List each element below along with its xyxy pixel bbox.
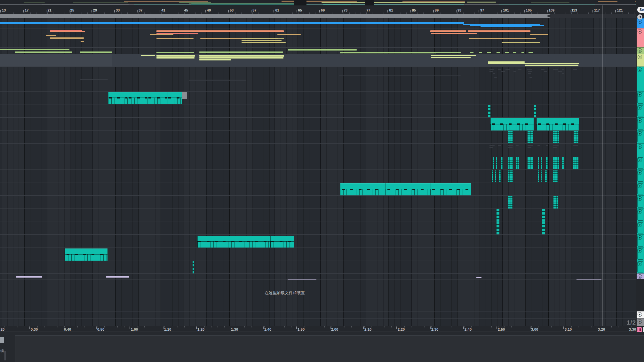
track-header[interactable]: ≡ <box>637 67 644 91</box>
overview-clip-segment[interactable] <box>42 4 129 5</box>
note-segment[interactable] <box>530 34 548 35</box>
ruler-scrub-area[interactable] <box>551 14 636 18</box>
note-segment[interactable] <box>150 34 173 35</box>
track-header[interactable]: ▾ <box>637 130 644 143</box>
note-segment[interactable] <box>469 38 536 39</box>
midi-clip-fragment[interactable] <box>538 157 539 169</box>
track-header[interactable]: ≡ <box>637 143 644 157</box>
fold-icon[interactable]: ▾ <box>638 235 642 240</box>
track-header[interactable]: ▾ <box>637 261 644 273</box>
note-segment[interactable] <box>242 42 286 43</box>
note-segment[interactable] <box>513 71 516 72</box>
fold-icon[interactable]: ▾ <box>638 248 642 253</box>
note-segment[interactable] <box>553 69 558 70</box>
overview-clip-segment[interactable] <box>124 1 208 2</box>
fold-icon[interactable]: ▾ <box>638 196 642 201</box>
back-arrow-button[interactable]: ◀ <box>637 14 642 20</box>
note-segment[interactable] <box>505 69 510 70</box>
midi-clip[interactable] <box>222 236 246 248</box>
note-segment[interactable] <box>498 69 501 70</box>
overview-clip-segment[interactable] <box>323 4 464 5</box>
midi-clip-fragment[interactable] <box>492 170 493 182</box>
note-segment[interactable] <box>81 41 84 42</box>
note-segment[interactable] <box>562 73 564 74</box>
device-view-area[interactable] <box>15 335 644 362</box>
note-segment[interactable] <box>497 52 500 53</box>
track-header[interactable]: ▾ <box>637 117 644 130</box>
loop-brace[interactable] <box>0 14 551 18</box>
note-segment[interactable] <box>431 57 471 58</box>
note-segment[interactable] <box>156 38 194 39</box>
note-segment[interactable] <box>489 147 493 148</box>
note-segment[interactable] <box>525 65 578 66</box>
note-segment[interactable] <box>553 145 559 146</box>
note-segment[interactable] <box>573 69 577 70</box>
detail-panel-selector[interactable] <box>0 337 4 343</box>
overview-clip-segment[interactable] <box>365 0 374 5</box>
play-icon[interactable]: ▶ <box>638 312 642 317</box>
note-segment[interactable] <box>489 71 493 72</box>
track-header[interactable]: ▶ <box>637 311 644 318</box>
note-segment[interactable] <box>476 277 481 278</box>
note-segment[interactable] <box>527 69 532 70</box>
note-segment[interactable] <box>242 55 284 56</box>
midi-clip-fragment[interactable] <box>553 196 558 209</box>
overview-clip-segment[interactable] <box>499 4 595 4</box>
note-segment[interactable] <box>242 40 282 41</box>
midi-clip[interactable] <box>270 236 294 248</box>
playhead[interactable] <box>602 5 602 326</box>
midi-clip-sliver[interactable] <box>193 261 194 273</box>
midi-clip-fragment[interactable] <box>495 170 496 182</box>
note-segment[interactable] <box>431 33 477 34</box>
note-segment[interactable] <box>80 51 112 53</box>
note-segment[interactable] <box>479 52 482 53</box>
note-segment[interactable] <box>0 49 69 50</box>
midi-clip-fragment[interactable] <box>499 170 501 182</box>
note-segment[interactable] <box>488 61 525 63</box>
fold-icon[interactable]: ▾ <box>638 184 642 188</box>
midi-clip-fragment[interactable] <box>528 131 533 143</box>
note-segment[interactable] <box>502 42 540 43</box>
track-header[interactable]: ≡ <box>637 273 644 279</box>
note-segment[interactable] <box>529 52 533 53</box>
note-segment[interactable] <box>481 26 532 27</box>
note-segment[interactable] <box>46 35 56 36</box>
midi-clip[interactable] <box>431 183 471 195</box>
midi-clip[interactable] <box>246 236 270 248</box>
note-segment[interactable] <box>156 55 195 57</box>
note-segment[interactable] <box>80 79 108 80</box>
midi-clip-fragment[interactable] <box>508 157 513 169</box>
note-segment[interactable] <box>242 38 284 39</box>
note-segment[interactable] <box>189 80 246 81</box>
set-pill-button[interactable]: Se <box>637 7 644 13</box>
track-header[interactable]: ≡ <box>637 47 644 54</box>
arrangement-overview[interactable] <box>0 0 644 5</box>
note-segment[interactable] <box>199 51 283 53</box>
midi-clip[interactable] <box>386 183 431 195</box>
note-segment[interactable] <box>528 147 531 148</box>
note-segment[interactable] <box>0 22 464 24</box>
midi-clip-fragment[interactable] <box>546 157 548 169</box>
note-segment[interactable] <box>553 147 557 148</box>
midi-clip-fragment[interactable] <box>553 157 559 169</box>
track-header[interactable]: ▾ <box>637 105 644 117</box>
midi-clip-fragment[interactable] <box>508 196 513 209</box>
note-segment[interactable] <box>156 52 194 53</box>
track-header[interactable]: ≡ <box>637 18 644 28</box>
overview-clip-segment[interactable] <box>191 4 304 5</box>
time-ruler[interactable]: 0:200:300:400:501:001:101:201:301:401:50… <box>0 326 644 332</box>
note-segment[interactable] <box>50 37 84 39</box>
note-segment[interactable] <box>15 51 72 53</box>
midi-clip[interactable] <box>168 92 182 104</box>
midi-clip[interactable] <box>490 118 534 130</box>
menu-icon[interactable]: ≡ <box>638 67 642 72</box>
overview-clip-segment[interactable] <box>467 2 496 3</box>
midi-clip-fragment[interactable] <box>553 131 559 143</box>
midi-clip-fragment[interactable] <box>574 131 578 143</box>
fold-icon[interactable]: ▾ <box>638 158 642 162</box>
midi-clip-fragment[interactable] <box>496 157 497 169</box>
midi-clip-fragment[interactable] <box>501 157 503 169</box>
note-segment[interactable] <box>562 69 564 70</box>
note-segment[interactable] <box>431 55 476 56</box>
note-segment[interactable] <box>516 145 519 146</box>
